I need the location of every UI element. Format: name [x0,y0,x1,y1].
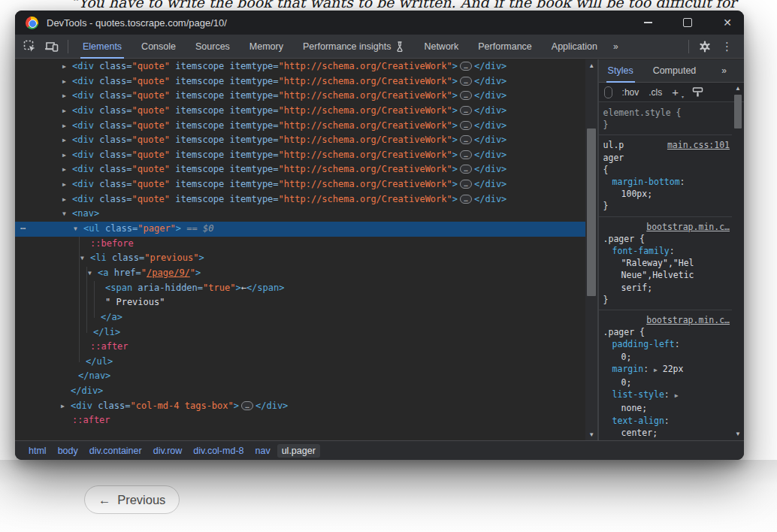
tab-performance-insights[interactable]: Performance insights [293,35,414,59]
styles-scrollbar[interactable]: ▲ ▼ [733,83,743,438]
tab-elements[interactable]: Elements [73,35,132,59]
style-rule-line[interactable]: bootstrap.min.c… [599,314,732,326]
style-rule-line[interactable]: font-family: [599,245,732,257]
dom-node-a-close[interactable]: </a> [15,310,585,325]
tab-performance[interactable]: Performance [468,35,542,59]
style-rule-line[interactable]: .pager { [599,233,732,245]
maximize-button[interactable] [682,17,694,29]
inline-expand-ellipsis-icon[interactable]: … [460,62,472,71]
inspect-element-icon[interactable] [23,40,36,53]
stylesheet-link[interactable]: main.css:101 [667,139,730,151]
dom-node-div-close[interactable]: </div> [15,384,585,399]
dom-node-div-quote-1[interactable]: ▶<div class="quote" itemscope itemtype="… [15,59,585,74]
scroll-down-icon[interactable]: ▼ [733,429,743,438]
more-tabs-icon[interactable]: » [607,41,624,52]
stylesheet-link[interactable]: bootstrap.min.c… [646,221,730,233]
customize-devtools-kebab-icon[interactable]: ⋮ [716,40,738,53]
style-rule-line[interactable]: center; [599,427,732,439]
inline-expand-ellipsis-icon[interactable]: … [460,77,472,86]
more-sidebar-tabs-icon[interactable]: » [715,65,732,76]
dom-node-div-quote-2[interactable]: ▶<div class="quote" itemscope itemtype="… [15,74,585,89]
inline-expand-ellipsis-icon[interactable]: … [460,91,472,100]
breadcrumb-ul-pager[interactable]: ul.pager [277,444,320,458]
new-style-rule-button[interactable]: +▾ [672,86,682,98]
dom-node-li-close[interactable]: </li> [15,325,585,340]
dom-node-li-previous[interactable]: ▼<li class="previous"> [15,251,585,266]
expand-arrow-down-icon[interactable]: ▼ [62,207,66,222]
style-rule-line[interactable]: 0; [599,376,732,388]
inline-expand-ellipsis-icon[interactable]: … [460,135,472,144]
scroll-down-icon[interactable]: ▼ [585,430,597,439]
style-rule-line[interactable]: main.css:101ul.p [599,139,732,151]
dom-node-text-previous[interactable]: " Previous" [15,295,585,310]
style-rule-line[interactable]: margin-bottom: [599,176,732,188]
dom-node-before[interactable]: ::before [15,237,585,252]
style-rule-line[interactable]: "Raleway","Hel [599,257,732,269]
elements-scrollbar[interactable]: ▲ ▼ [585,59,597,440]
dom-node-div-quote-10[interactable]: ▶<div class="quote" itemscope itemtype="… [15,192,585,207]
inline-expand-ellipsis-icon[interactable]: … [460,106,472,115]
inline-expand-ellipsis-icon[interactable]: … [460,180,472,189]
inline-expand-ellipsis-icon[interactable]: … [460,150,472,159]
tab-styles[interactable]: Styles [608,59,633,83]
dom-node-nav-open[interactable]: ▼<nav> [15,207,585,222]
breadcrumb-div-container[interactable]: div.container [85,444,147,458]
expand-arrow-down-icon[interactable]: ▼ [88,266,92,281]
tab-memory[interactable]: Memory [240,35,293,59]
expand-arrow-right-icon[interactable]: ▶ [62,119,66,134]
style-rule-line[interactable]: padding-left: [599,338,732,350]
inline-expand-ellipsis-icon[interactable]: … [460,165,472,174]
inline-expand-ellipsis-icon[interactable]: … [460,195,472,204]
dom-node-a-page9[interactable]: ▼<a href="/page/9/"> [15,266,585,281]
tab-sources[interactable]: Sources [186,35,240,59]
device-toolbar-icon[interactable] [45,40,59,53]
elements-scrollbar-thumb[interactable] [587,128,596,296]
dom-node-after[interactable]: ::after [15,340,585,355]
style-rule-line[interactable]: list-style: ▶ [599,388,732,402]
tab-network[interactable]: Network [414,35,468,59]
style-rule-line[interactable]: { [599,164,732,176]
scroll-up-icon[interactable]: ▲ [585,61,597,70]
dom-node-div-quote-4[interactable]: ▶<div class="quote" itemscope itemtype="… [15,104,585,119]
style-rule-line[interactable]: .pager { [599,326,732,338]
expand-arrow-right-icon[interactable]: ▶ [62,59,66,74]
expand-arrow-right-icon[interactable]: ▶ [62,192,66,207]
dom-node-div-tagsbox[interactable]: ▶<div class="col-md-4 tags-box">…</div> [15,399,585,414]
dom-node-ul-close[interactable]: </ul> [15,355,585,370]
dom-node-div-quote-7[interactable]: ▶<div class="quote" itemscope itemtype="… [15,148,585,163]
rendering-emulation-icon[interactable] [692,86,703,98]
expand-arrow-right-icon[interactable]: ▶ [62,74,66,89]
tab-computed[interactable]: Computed [653,59,697,83]
style-rule-line[interactable]: text-align: [599,415,732,427]
style-rule-line[interactable]: ager [599,152,732,164]
expand-arrow-down-icon[interactable]: ▼ [74,222,77,237]
inline-expand-ellipsis-icon[interactable]: … [460,121,472,130]
style-rule-line[interactable]: } [599,119,732,131]
breadcrumb-nav[interactable]: nav [251,444,275,458]
scroll-up-icon[interactable]: ▲ [733,83,743,92]
dom-node-div-quote-9[interactable]: ▶<div class="quote" itemscope itemtype="… [15,177,585,192]
stylesheet-link[interactable]: bootstrap.min.c… [646,314,730,326]
style-rule-line[interactable]: } [599,294,732,306]
style-rule-line[interactable]: 0; [599,351,732,363]
dom-node-nav-close[interactable]: </nav> [15,369,585,384]
dom-node-after-2[interactable]: ::after [15,413,585,428]
expand-arrow-right-icon[interactable]: ▶ [62,148,66,163]
toggle-class-button[interactable]: .cls [649,87,662,98]
tab-application[interactable]: Application [542,35,607,59]
breadcrumb-body[interactable]: body [53,444,83,458]
breadcrumb-div-col-md-8[interactable]: div.col-md-8 [189,444,248,458]
expand-arrow-down-icon[interactable]: ▼ [80,251,84,266]
breadcrumb-html[interactable]: html [24,444,51,458]
style-rule-line[interactable]: margin: ▶ 22px [599,363,732,376]
dom-node-div-quote-6[interactable]: ▶<div class="quote" itemscope itemtype="… [15,133,585,148]
dom-node-div-quote-8[interactable]: ▶<div class="quote" itemscope itemtype="… [15,162,585,177]
style-rule-line[interactable]: Neue",Helvetic [599,269,732,281]
node-menu-dots-icon[interactable]: ⋯ [20,222,26,237]
breadcrumb-div-row[interactable]: div.row [149,444,187,458]
style-filter-input[interactable] [604,86,612,98]
expand-arrow-right-icon[interactable]: ▶ [62,89,66,104]
close-button[interactable]: ✕ [721,17,733,29]
dom-node-span-arrow[interactable]: <span aria-hidden="true">←</span> [15,281,585,296]
dom-node-div-quote-3[interactable]: ▶<div class="quote" itemscope itemtype="… [15,89,585,104]
